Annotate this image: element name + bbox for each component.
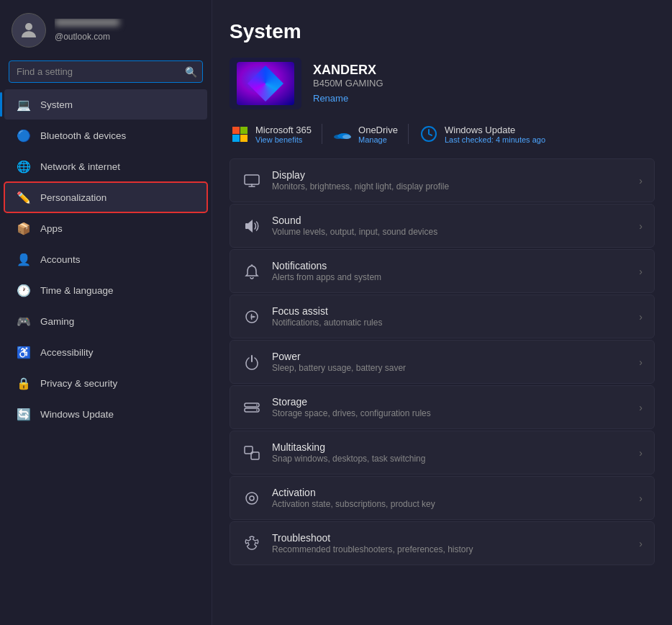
system-icon: 💻	[16, 96, 32, 112]
personalization-icon: ✏️	[16, 189, 32, 205]
computer-info: XANDERX B450M GAMING Rename	[313, 63, 383, 104]
svg-rect-2	[240, 127, 248, 134]
setting-storage[interactable]: StorageStorage space, drives, configurat…	[230, 385, 655, 429]
multitasking-chevron-icon: ›	[639, 447, 643, 459]
onedrive-subtitle[interactable]: Manage	[358, 135, 398, 144]
notifications-icon	[242, 261, 262, 282]
windows-logo	[237, 62, 294, 105]
rename-link[interactable]: Rename	[313, 93, 348, 104]
time-label: Time & language	[40, 285, 114, 296]
system-label: System	[40, 99, 73, 110]
svg-point-20	[250, 496, 254, 500]
setting-sound[interactable]: SoundVolume levels, output, input, sound…	[230, 204, 655, 248]
troubleshoot-chevron-icon: ›	[639, 538, 643, 549]
quick-link-windowsupdate[interactable]: Windows UpdateLast checked: 4 minutes ag…	[419, 124, 545, 144]
sound-icon	[242, 216, 262, 236]
sidebar-item-network[interactable]: 🌐Network & internet	[4, 151, 207, 181]
power-text: PowerSleep, battery usage, battery saver	[272, 351, 629, 373]
activation-chevron-icon: ›	[639, 493, 643, 504]
power-title: Power	[272, 351, 629, 362]
quick-link-separator	[408, 124, 409, 144]
time-icon: 🕐	[16, 282, 32, 298]
bluetooth-label: Bluetooth & devices	[40, 130, 126, 141]
setting-activation[interactable]: ActivationActivation state, subscription…	[230, 476, 655, 520]
settings-list: DisplayMonitors, brightness, night light…	[230, 158, 655, 565]
setting-display[interactable]: DisplayMonitors, brightness, night light…	[230, 158, 655, 202]
setting-multitasking[interactable]: MultitaskingSnap windows, desktops, task…	[230, 431, 655, 475]
display-title: Display	[272, 169, 629, 181]
storage-icon	[242, 397, 262, 418]
setting-notifications[interactable]: NotificationsAlerts from apps and system…	[230, 249, 655, 293]
bluetooth-icon: 🔵	[16, 127, 32, 143]
microsoft365-subtitle[interactable]: View benefits	[255, 135, 312, 144]
computer-thumbnail	[230, 58, 301, 109]
display-chevron-icon: ›	[639, 175, 643, 186]
gaming-label: Gaming	[40, 316, 74, 327]
sidebar-item-accessibility[interactable]: ♿Accessibility	[4, 337, 207, 367]
power-chevron-icon: ›	[639, 356, 643, 368]
sound-text: SoundVolume levels, output, input, sound…	[272, 215, 629, 237]
sidebar-item-windows-update[interactable]: 🔄Windows Update	[4, 399, 207, 429]
focus-assist-description: Notifications, automatic rules	[272, 318, 629, 328]
apps-icon: 📦	[16, 220, 32, 236]
windowsupdate-title: Windows Update	[445, 125, 545, 135]
display-description: Monitors, brightness, night light, displ…	[272, 181, 629, 192]
focus-assist-title: Focus assist	[272, 305, 629, 317]
svg-rect-1	[232, 127, 240, 134]
svg-point-12	[246, 311, 258, 323]
quick-link-onedrive[interactable]: OneDriveManage	[332, 124, 398, 144]
sidebar-item-bluetooth[interactable]: 🔵Bluetooth & devices	[4, 120, 207, 150]
accessibility-icon: ♿	[16, 344, 32, 360]
sidebar-item-apps[interactable]: 📦Apps	[4, 213, 207, 243]
display-text: DisplayMonitors, brightness, night light…	[272, 169, 629, 192]
personalization-label: Personalization	[40, 192, 106, 203]
multitasking-description: Snap windows, desktops, task switching	[272, 454, 629, 464]
svg-marker-11	[248, 220, 253, 233]
win-logo-inner	[248, 66, 283, 102]
onedrive-icon	[332, 124, 353, 144]
sound-chevron-icon: ›	[639, 220, 643, 232]
sidebar-item-accounts[interactable]: 👤Accounts	[4, 244, 207, 274]
sidebar-item-privacy[interactable]: 🔒Privacy & security	[4, 368, 207, 398]
multitasking-title: Multitasking	[272, 441, 629, 453]
storage-chevron-icon: ›	[639, 402, 643, 413]
focus-assist-icon	[242, 307, 262, 327]
computer-name: XANDERX	[313, 63, 383, 78]
notifications-description: Alerts from apps and system	[272, 272, 629, 282]
user-section: @outlook.com	[0, 0, 212, 58]
sound-description: Volume levels, output, input, sound devi…	[272, 227, 629, 237]
windowsupdate-subtitle[interactable]: Last checked: 4 minutes ago	[445, 135, 545, 144]
sidebar-item-personalization[interactable]: ✏️Personalization	[4, 182, 207, 212]
svg-rect-4	[240, 135, 248, 142]
activation-title: Activation	[272, 487, 629, 498]
avatar[interactable]	[12, 13, 46, 48]
microsoft365-text: Microsoft 365View benefits	[255, 125, 312, 144]
setting-focus-assist[interactable]: Focus assistNotifications, automatic rul…	[230, 294, 655, 338]
quick-link-microsoft365[interactable]: Microsoft 365View benefits	[230, 124, 312, 144]
svg-rect-9	[245, 175, 259, 184]
storage-title: Storage	[272, 396, 629, 408]
computer-card: XANDERX B450M GAMING Rename	[230, 58, 655, 109]
troubleshoot-title: Troubleshoot	[272, 532, 629, 544]
search-bar: 🔍	[9, 60, 203, 83]
sidebar-item-system[interactable]: 💻System	[4, 89, 207, 120]
activation-text: ActivationActivation state, subscription…	[272, 487, 629, 509]
svg-rect-10	[245, 223, 248, 229]
multitasking-icon	[242, 443, 262, 463]
svg-point-19	[246, 493, 258, 504]
network-icon: 🌐	[16, 158, 32, 174]
sidebar-item-time[interactable]: 🕐Time & language	[4, 275, 207, 305]
accounts-icon: 👤	[16, 251, 32, 267]
troubleshoot-description: Recommended troubleshooters, preferences…	[272, 544, 629, 554]
page-title: System	[230, 20, 655, 43]
sidebar-item-gaming[interactable]: 🎮Gaming	[4, 306, 207, 336]
svg-point-0	[25, 23, 32, 30]
setting-power[interactable]: PowerSleep, battery usage, battery saver…	[230, 340, 655, 384]
search-icon: 🔍	[185, 66, 197, 78]
display-icon	[242, 171, 262, 191]
onedrive-title: OneDrive	[358, 125, 398, 135]
user-email: @outlook.com	[55, 32, 110, 42]
power-description: Sleep, battery usage, battery saver	[272, 363, 629, 373]
search-input[interactable]	[9, 60, 203, 83]
setting-troubleshoot[interactable]: TroubleshootRecommended troubleshooters,…	[230, 521, 655, 565]
